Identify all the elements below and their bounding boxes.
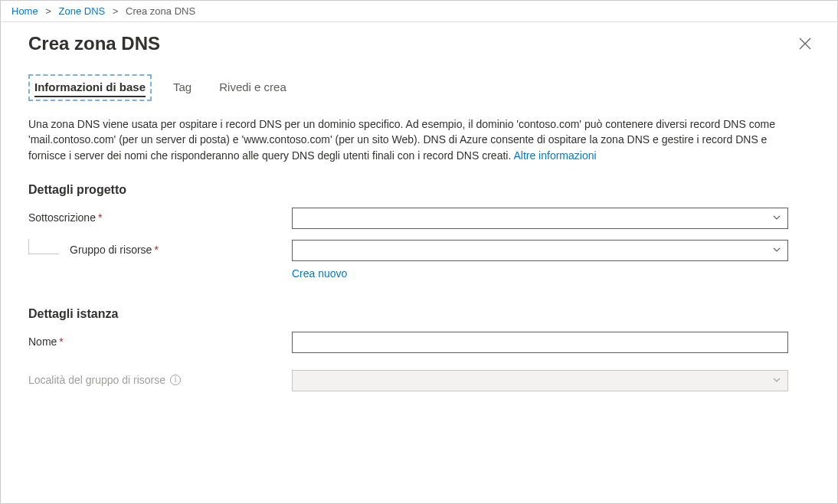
required-indicator: *: [59, 335, 63, 348]
create-new-link[interactable]: Crea nuovo: [292, 267, 347, 280]
section-project-details-title: Dettagli progetto: [28, 183, 810, 197]
chevron-down-icon: [772, 375, 781, 387]
breadcrumb-home[interactable]: Home: [11, 5, 38, 17]
location-label: Località del gruppo di risorse: [28, 374, 165, 386]
name-input[interactable]: [292, 332, 788, 353]
close-icon: [799, 38, 811, 50]
description-text: Una zona DNS viene usata per ospitare i …: [28, 116, 794, 163]
breadcrumb-current: Crea zona DNS: [126, 5, 195, 17]
breadcrumb-dns-zones[interactable]: Zone DNS: [59, 5, 106, 17]
resource-group-label: Gruppo di risorse: [70, 244, 152, 256]
tab-basics[interactable]: Informazioni di base: [28, 74, 152, 101]
tabs: Informazioni di base Tag Rivedi e crea: [28, 74, 810, 101]
chevron-right-icon: >: [113, 5, 119, 17]
info-icon[interactable]: i: [170, 375, 181, 385]
page-title: Crea zona DNS: [28, 33, 160, 54]
breadcrumb: Home > Zone DNS > Crea zona DNS: [1, 1, 837, 22]
learn-more-link[interactable]: Altre informazioni: [513, 149, 596, 162]
chevron-right-icon: >: [45, 5, 51, 17]
resource-group-select[interactable]: [292, 240, 788, 261]
chevron-down-icon: [772, 244, 781, 257]
section-instance-details-title: Dettagli istanza: [28, 307, 810, 321]
tab-review[interactable]: Rivedi e crea: [213, 74, 293, 101]
required-indicator: *: [98, 211, 102, 224]
required-indicator: *: [154, 244, 158, 256]
indent-connector: [28, 239, 59, 254]
chevron-down-icon: [772, 212, 781, 224]
subscription-label: Sottoscrizione: [28, 211, 96, 224]
location-select: [292, 370, 788, 391]
subscription-select[interactable]: [292, 208, 788, 229]
tab-tags[interactable]: Tag: [167, 74, 198, 101]
close-button[interactable]: [796, 34, 814, 53]
name-label: Nome: [28, 335, 57, 348]
